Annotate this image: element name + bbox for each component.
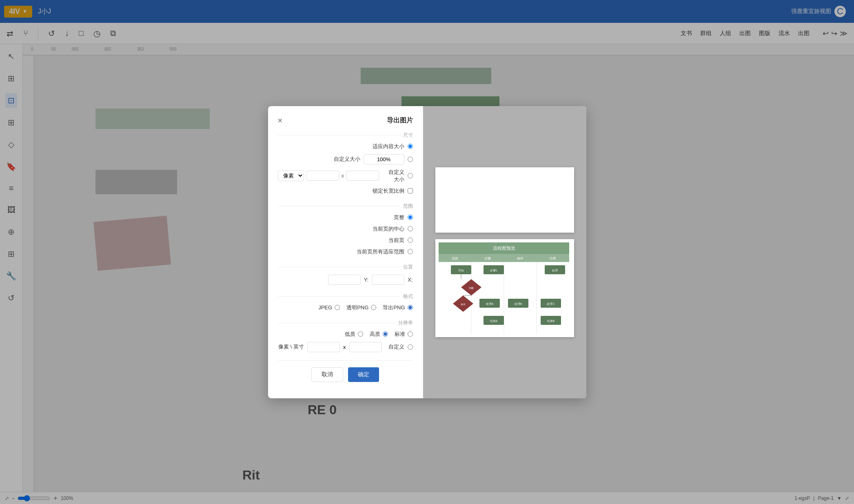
- custom-size-radio2[interactable]: [408, 173, 413, 178]
- y-label: Y:: [364, 277, 369, 283]
- format-section-line: [278, 296, 400, 297]
- transparent-png-radio[interactable]: [371, 305, 376, 310]
- format-section-header: 格式: [278, 293, 413, 300]
- range-section-line: [278, 206, 400, 206]
- svg-text:步骤1: 步骤1: [490, 269, 497, 272]
- transparent-png-option: 透明PNG: [346, 304, 376, 311]
- current-page-radio[interactable]: [408, 238, 413, 243]
- position-section: 位置 0 Y: 0 X:: [278, 264, 413, 285]
- preview-diagram: 流程图预览 流程 步骤 操作 结果: [439, 242, 569, 334]
- modal-close-button[interactable]: ×: [278, 116, 283, 125]
- preview-top: [435, 167, 574, 233]
- high-option: 高质: [370, 331, 388, 338]
- custom-size-label: 自定义大小: [334, 155, 360, 163]
- modal-footer: 取消 确定: [278, 360, 413, 389]
- svg-text:流程图预览: 流程图预览: [492, 246, 515, 251]
- lock-aspect-checkbox[interactable]: [408, 188, 413, 193]
- svg-text:结束B: 结束B: [547, 320, 555, 322]
- svg-text:流程: 流程: [452, 257, 458, 260]
- png-radio[interactable]: [408, 305, 413, 310]
- svg-text:处理: 处理: [552, 269, 558, 272]
- custom-w-input[interactable]: 300: [307, 342, 340, 352]
- fit-content-radio[interactable]: [408, 144, 413, 149]
- svg-text:开始: 开始: [458, 269, 464, 272]
- fit-content-label: 适应内容大小: [373, 143, 404, 150]
- custom-px-controls: 像素 \ 英寸 300 x 300: [278, 342, 382, 352]
- transparent-png-label: 透明PNG: [346, 304, 368, 311]
- svg-text:判断: 判断: [469, 287, 474, 289]
- lock-aspect-label: 锁定长宽比例: [373, 187, 404, 195]
- x-label: X:: [408, 277, 413, 283]
- svg-text:条件: 条件: [461, 303, 466, 306]
- custom-radio[interactable]: [408, 344, 413, 350]
- position-row: 0 Y: 0 X:: [278, 275, 413, 285]
- range-section: 范围 页整 当前页的中心 当前页 当前页所有适应范围: [278, 203, 413, 255]
- modal-right-panel: 流程图预览 流程 步骤 操作 结果: [423, 106, 586, 398]
- custom-size-radio[interactable]: [408, 157, 413, 162]
- unit-select[interactable]: 像素: [278, 170, 304, 181]
- quality-section-line: [278, 323, 395, 323]
- modal-header: × 导出图片: [278, 116, 413, 125]
- standard-radio[interactable]: [408, 331, 413, 337]
- custom-size-row: 自定义大小: [278, 154, 413, 164]
- height-input[interactable]: 1344: [346, 171, 379, 181]
- all-pages-radio[interactable]: [408, 215, 413, 220]
- jpeg-label: JPEG: [318, 304, 332, 311]
- custom-x-sep: x: [343, 344, 346, 350]
- current-page-center-radio[interactable]: [408, 226, 413, 231]
- current-page-row: 当前页: [278, 237, 413, 244]
- modal-overlay: × 导出图片 尺寸 适应内容大小 自定义大小: [0, 0, 854, 504]
- current-page-label: 当前页: [388, 237, 404, 244]
- preview-bottom: 流程图预览 流程 步骤 操作 结果: [435, 239, 574, 337]
- cancel-button[interactable]: 取消: [311, 367, 343, 382]
- custom-h-input[interactable]: 300: [349, 342, 382, 352]
- lock-aspect-row: 锁定长宽比例: [278, 187, 413, 195]
- quality-options: 低质 高质 标准: [345, 331, 413, 338]
- low-option: 低质: [345, 331, 363, 338]
- png-label: 导出PNG: [383, 304, 405, 311]
- quality-section: 分辨率 低质 高质 标准: [278, 320, 413, 352]
- position-section-header: 位置: [278, 264, 413, 271]
- position-controls: 0 Y: 0 X:: [328, 275, 413, 285]
- high-radio[interactable]: [383, 331, 388, 337]
- all-pages-fit-row: 当前页所有适应范围: [278, 248, 413, 255]
- size-controls: 像素 818 x 1344: [278, 170, 379, 181]
- format-section-label: 格式: [403, 293, 413, 300]
- size-section: 尺寸 适应内容大小 自定义大小 像素 818: [278, 132, 413, 195]
- range-section-label: 范围: [403, 203, 413, 210]
- size-section-label: 尺寸: [403, 132, 413, 139]
- export-modal: × 导出图片 尺寸 适应内容大小 自定义大小: [268, 106, 586, 398]
- all-pages-fit-label: 当前页所有适应范围: [357, 248, 404, 255]
- x-input[interactable]: 0: [328, 275, 361, 285]
- current-page-center-label: 当前页的中心: [373, 225, 404, 233]
- format-row: JPEG 透明PNG 导出PNG: [278, 304, 413, 311]
- svg-text:处理C: 处理C: [547, 302, 555, 305]
- low-radio[interactable]: [358, 331, 363, 337]
- fit-content-row: 适应内容大小: [278, 143, 413, 150]
- wh-row: 像素 818 x 1344 自定义大小: [278, 169, 413, 183]
- width-input[interactable]: 818: [306, 171, 339, 181]
- all-pages-row: 页整: [278, 214, 413, 221]
- format-options: JPEG 透明PNG 导出PNG: [318, 304, 413, 311]
- size-preset-input[interactable]: [364, 154, 404, 164]
- svg-text:操作: 操作: [517, 257, 523, 260]
- y-input[interactable]: 0: [372, 275, 404, 285]
- quality-options-row: 低质 高质 标准: [278, 331, 413, 338]
- standard-label: 标准: [395, 331, 405, 338]
- modal-title: 导出图片: [387, 116, 413, 125]
- png-option: 导出PNG: [383, 304, 413, 311]
- position-section-label: 位置: [403, 264, 413, 271]
- range-section-header: 范围: [278, 203, 413, 210]
- confirm-button[interactable]: 确定: [348, 367, 379, 382]
- svg-text:步骤: 步骤: [484, 257, 491, 260]
- jpeg-radio[interactable]: [335, 305, 340, 310]
- format-section: 格式 JPEG 透明PNG 导出PNG: [278, 293, 413, 311]
- jpeg-option: JPEG: [318, 304, 340, 311]
- low-label: 低质: [345, 331, 355, 338]
- custom-px-label: 像素 \ 英寸: [278, 343, 304, 351]
- high-label: 高质: [370, 331, 380, 338]
- modal-left-panel: × 导出图片 尺寸 适应内容大小 自定义大小: [268, 106, 423, 398]
- preview-panels: 流程图预览 流程 步骤 操作 结果: [435, 167, 574, 337]
- all-pages-fit-radio[interactable]: [408, 249, 413, 254]
- custom-size-label2: 自定义大小: [386, 169, 404, 183]
